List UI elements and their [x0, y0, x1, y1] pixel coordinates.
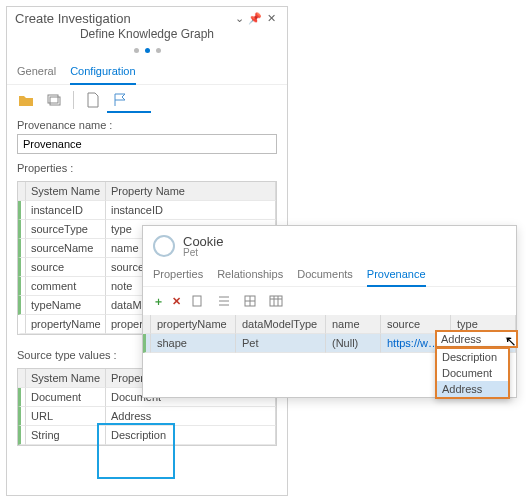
- dropdown-option[interactable]: Description: [437, 349, 508, 365]
- table-row[interactable]: StringDescription: [18, 426, 276, 445]
- close-icon[interactable]: ✕: [263, 12, 279, 25]
- popup-toolbar: ＋ ✕: [143, 287, 516, 315]
- step-dots: [7, 43, 287, 55]
- grid-icon[interactable]: [241, 292, 259, 310]
- provenance-label: Provenance name :: [17, 119, 277, 131]
- pin-icon[interactable]: 📌: [247, 12, 263, 25]
- popup-tabs: Properties Relationships Documents Prove…: [143, 262, 516, 287]
- add-icon[interactable]: ＋: [153, 294, 164, 309]
- svg-rect-4: [270, 296, 282, 306]
- chevron-down-icon: ▼: [504, 335, 512, 344]
- copy-icon[interactable]: [189, 292, 207, 310]
- panel-tabs: General Configuration: [7, 61, 287, 85]
- tab-relationships[interactable]: Relationships: [217, 266, 283, 286]
- dropdown-option[interactable]: Address: [437, 381, 508, 397]
- new-doc-icon[interactable]: [84, 91, 102, 109]
- panel-subtitle: Define Knowledge Graph: [7, 27, 287, 41]
- tab-provenance[interactable]: Provenance: [367, 266, 426, 287]
- table-icon[interactable]: [267, 292, 285, 310]
- table-row[interactable]: URLAddress: [18, 407, 276, 426]
- layers-icon[interactable]: [45, 91, 63, 109]
- provenance-input[interactable]: [17, 134, 277, 154]
- panel-titlebar: Create Investigation ⌄ 📌 ✕: [7, 7, 287, 28]
- tab-general[interactable]: General: [17, 61, 56, 84]
- table-header: System Name Property Name: [18, 182, 276, 201]
- panel-title: Create Investigation: [15, 11, 231, 26]
- panel-toolbar: [7, 85, 287, 111]
- delete-icon[interactable]: ✕: [172, 295, 181, 308]
- tab-properties[interactable]: Properties: [153, 266, 203, 286]
- entity-symbol-icon: [153, 235, 175, 257]
- table-row[interactable]: instanceIDinstanceID: [18, 201, 276, 220]
- type-dropdown-value: Address: [441, 333, 481, 345]
- list-icon[interactable]: [215, 292, 233, 310]
- popup-header: Cookie Pet: [143, 226, 516, 262]
- folder-icon[interactable]: [17, 91, 35, 109]
- tab-configuration[interactable]: Configuration: [70, 61, 135, 85]
- flag-icon[interactable]: [112, 91, 130, 109]
- collapse-icon[interactable]: ⌄: [231, 12, 247, 25]
- properties-label: Properties :: [17, 162, 277, 174]
- dropdown-option[interactable]: Document: [437, 365, 508, 381]
- type-dropdown[interactable]: Address ▼: [435, 330, 518, 348]
- type-dropdown-list: Description Document Address: [435, 347, 510, 399]
- provenance-field: Provenance name :: [7, 113, 287, 156]
- svg-rect-2: [193, 296, 201, 306]
- tab-documents[interactable]: Documents: [297, 266, 353, 286]
